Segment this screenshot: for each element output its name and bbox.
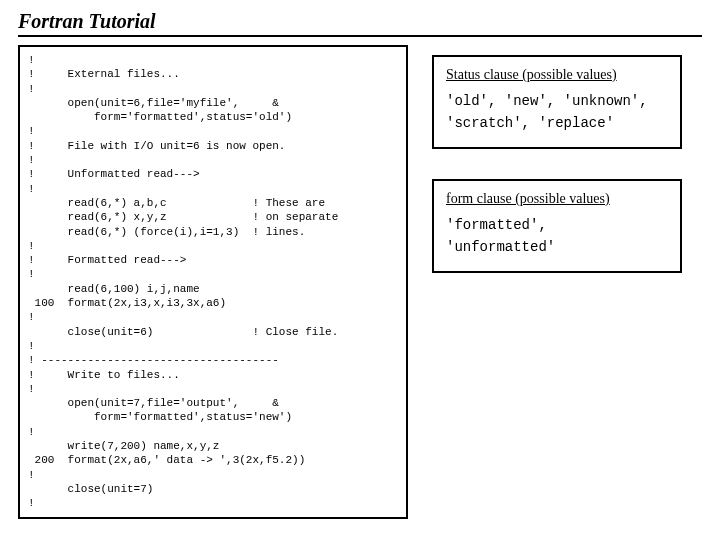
status-values-1: 'old', 'new', 'unknown', (446, 93, 668, 109)
form-values-2: 'unformatted' (446, 239, 668, 255)
form-heading: form clause (possible values) (446, 191, 668, 207)
side-column: Status clause (possible values) 'old', '… (432, 55, 682, 273)
code-box: ! ! External files... ! open(unit=6,file… (18, 45, 408, 519)
title-rule (18, 35, 702, 37)
code-listing: ! ! External files... ! open(unit=6,file… (28, 53, 398, 511)
page-title: Fortran Tutorial (18, 10, 702, 33)
status-heading: Status clause (possible values) (446, 67, 668, 83)
form-values-1: 'formatted', (446, 217, 668, 233)
form-clause-box: form clause (possible values) 'formatted… (432, 179, 682, 273)
status-clause-box: Status clause (possible values) 'old', '… (432, 55, 682, 149)
page: Fortran Tutorial ! ! External files... !… (0, 0, 720, 529)
content-row: ! ! External files... ! open(unit=6,file… (18, 45, 702, 519)
status-values-2: 'scratch', 'replace' (446, 115, 668, 131)
